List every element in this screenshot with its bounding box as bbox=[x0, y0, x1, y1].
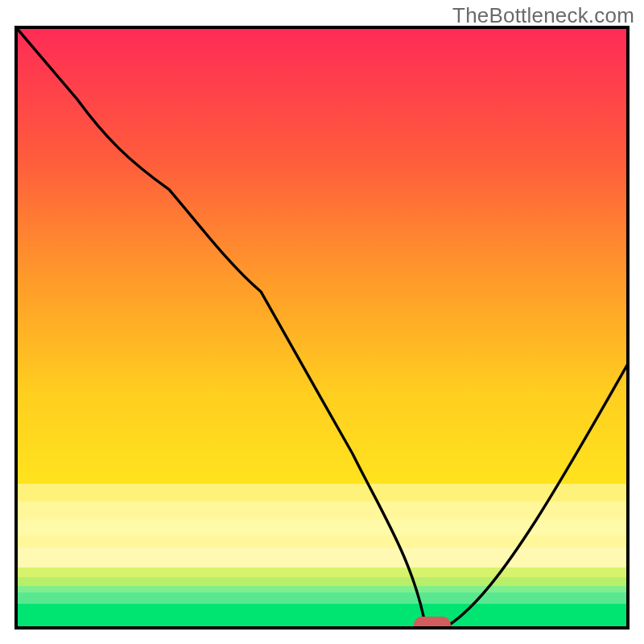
chart-container: TheBottleneck.com bbox=[0, 0, 644, 644]
band-pale-yellow-stripe-1 bbox=[16, 484, 628, 502]
band-yellow-green-stripe bbox=[16, 577, 628, 586]
bottleneck-chart bbox=[0, 0, 644, 644]
band-pale-yellow-stripe-3 bbox=[16, 547, 628, 568]
band-light-green-stripe bbox=[16, 586, 628, 592]
watermark-text: TheBottleneck.com bbox=[452, 3, 634, 28]
optimal-marker bbox=[414, 617, 451, 633]
plot-area bbox=[16, 27, 628, 633]
band-hot-gradient bbox=[16, 27, 628, 484]
band-green bbox=[16, 604, 628, 628]
